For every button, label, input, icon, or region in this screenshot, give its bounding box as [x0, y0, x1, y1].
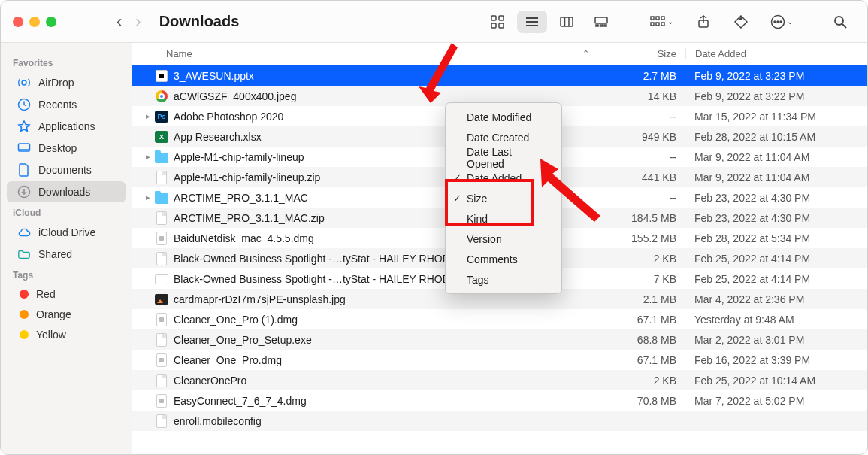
file-row[interactable]: Cleaner_One_Pro_Setup.exe68.8 MBMar 2, 2…	[132, 329, 867, 350]
download-icon	[17, 185, 31, 199]
file-size: 67.1 MB	[597, 314, 685, 326]
menu-item-date-last-opened[interactable]: Date Last Opened	[446, 147, 561, 168]
svg-rect-11	[596, 25, 598, 26]
file-icon	[154, 231, 169, 246]
sidebar-item-documents[interactable]: Documents	[7, 159, 126, 180]
tag-dot-icon	[20, 310, 29, 319]
window-title: Downloads	[159, 13, 240, 30]
menu-item-tags[interactable]: Tags	[446, 269, 561, 290]
file-icon	[154, 332, 169, 347]
sidebar-item-shared[interactable]: Shared	[7, 244, 126, 265]
disclosure-triangle[interactable]: ▸	[142, 193, 154, 202]
file-name: EasyConnect_7_6_7_4.dmg	[174, 395, 597, 407]
share-button[interactable]	[688, 11, 718, 33]
file-date-added: Yesterday at 9:48 AM	[685, 314, 867, 326]
file-date-added: Feb 25, 2022 at 4:14 PM	[685, 273, 867, 285]
file-icon	[154, 251, 169, 266]
file-icon: Ps	[154, 109, 169, 124]
file-row[interactable]: enroll.mobileconfig	[132, 411, 867, 431]
column-header-name[interactable]: Name	[166, 48, 574, 59]
svg-rect-0	[491, 16, 496, 20]
sidebar-item-airdrop[interactable]: AirDrop	[7, 72, 126, 93]
sidebar-item-icloud-drive[interactable]: iCloud Drive	[7, 222, 126, 243]
sidebar-item-desktop[interactable]: Desktop	[7, 138, 126, 159]
file-name: cardmapr-rDzI7m7sjPE-unsplash.jpg	[174, 293, 597, 305]
back-button[interactable]: ‹	[116, 14, 122, 30]
menu-item-version[interactable]: Version	[446, 229, 561, 249]
file-date-added: Feb 25, 2022 at 4:14 PM	[685, 253, 867, 265]
checkmark-icon: ✓	[453, 172, 461, 184]
column-header-date-added[interactable]: Date Added	[685, 48, 867, 59]
file-date-added: Mar 2, 2022 at 3:01 PM	[685, 334, 867, 346]
file-size: --	[597, 151, 685, 163]
svg-point-25	[780, 21, 782, 23]
sidebar-item-downloads[interactable]: Downloads	[7, 181, 126, 202]
file-list-area: Name ⌃ Size Date Added 3_AWESUN.pptx2.7 …	[132, 43, 867, 454]
view-columns-button[interactable]	[552, 11, 582, 33]
file-row[interactable]: 3_AWESUN.pptx2.7 MBFeb 9, 2022 at 3:23 P…	[132, 65, 867, 86]
list-icon	[525, 17, 539, 27]
tags-button[interactable]	[726, 11, 756, 33]
cloud-icon	[17, 226, 31, 239]
svg-rect-10	[595, 17, 607, 23]
checkmark-icon: ✓	[453, 193, 461, 204]
svg-rect-17	[656, 23, 659, 26]
zoom-window-button[interactable]	[46, 17, 56, 27]
svg-rect-15	[651, 23, 654, 26]
menu-item-label: Date Created	[467, 132, 529, 144]
action-button[interactable]: ⌄	[764, 11, 800, 33]
file-row[interactable]: EasyConnect_7_6_7_4.dmg70.8 MBMar 7, 202…	[132, 390, 867, 411]
file-row[interactable]: Cleaner_One_Pro (1).dmg67.1 MBYesterday …	[132, 309, 867, 329]
svg-rect-7	[561, 17, 573, 26]
file-size: 67.1 MB	[597, 354, 685, 366]
view-gallery-button[interactable]	[586, 11, 616, 33]
svg-rect-13	[604, 25, 606, 26]
search-button[interactable]	[825, 11, 855, 33]
file-date-added: Feb 28, 2022 at 10:15 AM	[685, 131, 867, 143]
sidebar-item-label: Downloads	[38, 186, 90, 198]
forward-button[interactable]: ›	[135, 14, 141, 30]
window-controls	[13, 17, 56, 27]
toolbar: ‹ › Downloads ⌄ ⌄	[1, 1, 867, 43]
view-list-button[interactable]	[517, 11, 547, 33]
file-size: --	[597, 111, 685, 123]
sidebar-item-red[interactable]: Red	[7, 284, 126, 304]
sort-indicator[interactable]: ⌃	[574, 49, 597, 59]
file-icon: X	[154, 129, 169, 144]
sidebar-item-orange[interactable]: Orange	[7, 305, 126, 324]
close-window-button[interactable]	[13, 17, 23, 27]
menu-item-comments[interactable]: Comments	[446, 249, 561, 269]
menu-item-label: Comments	[467, 253, 518, 265]
sidebar-item-yellow[interactable]: Yellow	[7, 325, 126, 344]
menu-item-date-added[interactable]: ✓Date Added	[446, 168, 561, 188]
file-icon	[154, 68, 169, 83]
menu-item-date-modified[interactable]: Date Modified	[446, 107, 561, 127]
file-size: 2 KB	[597, 375, 685, 387]
file-date-added: Feb 16, 2022 at 3:39 PM	[685, 354, 867, 366]
file-row[interactable]: CleanerOnePro2 KBFeb 25, 2022 at 10:14 A…	[132, 370, 867, 390]
file-size: 155.2 MB	[597, 232, 685, 244]
menu-item-date-created[interactable]: Date Created	[446, 127, 561, 147]
menu-item-size[interactable]: ✓Size	[446, 188, 561, 208]
menu-item-kind[interactable]: Kind	[446, 208, 561, 229]
sidebar-item-label: AirDrop	[38, 77, 74, 89]
grid-icon	[491, 15, 504, 29]
sidebar-item-recents[interactable]: Recents	[7, 94, 126, 115]
file-row[interactable]: Cleaner_One_Pro.dmg67.1 MBFeb 16, 2022 a…	[132, 350, 867, 370]
svg-rect-2	[491, 23, 496, 28]
search-icon	[833, 15, 847, 29]
sidebar-item-label: Recents	[38, 99, 77, 111]
sidebar-item-label: Red	[36, 288, 56, 300]
disclosure-triangle[interactable]: ▸	[142, 152, 154, 162]
column-header-size[interactable]: Size	[597, 48, 685, 59]
chevron-down-icon: ⌄	[667, 17, 673, 26]
menu-item-label: Date Added	[467, 172, 522, 184]
sidebar-item-applications[interactable]: Applications	[7, 116, 126, 137]
file-name: enroll.mobileconfig	[174, 415, 597, 427]
minimize-window-button[interactable]	[29, 17, 40, 27]
disclosure-triangle[interactable]: ▸	[142, 111, 154, 121]
file-icon	[154, 414, 169, 429]
view-icons-button[interactable]	[482, 11, 513, 33]
sidebar-item-label: Orange	[36, 308, 71, 320]
group-by-button[interactable]: ⌄	[642, 11, 681, 33]
